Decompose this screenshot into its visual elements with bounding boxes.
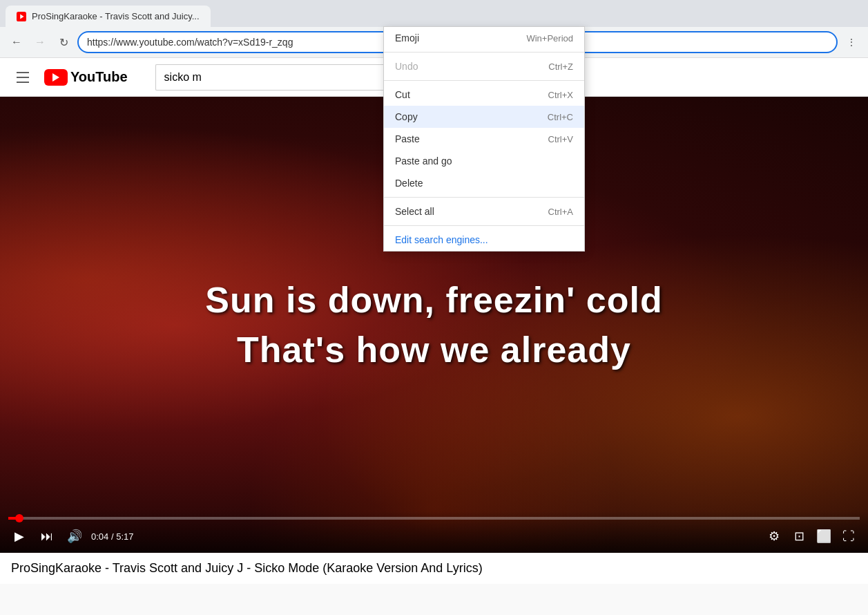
context-menu-label-editsearch: Edit search engines... xyxy=(395,234,488,245)
context-menu-item-paste[interactable]: PasteCtrl+V xyxy=(384,128,584,150)
context-menu-label-undo: Undo xyxy=(395,61,418,72)
video-title: ProSingKaraoke - Travis Scott and Juicy … xyxy=(11,561,857,576)
time-display: 0:04 / 5:17 xyxy=(91,531,133,542)
lyric-line-1: Sun is down, freezin' cold xyxy=(205,278,662,321)
video-controls: ▶ ⏭ 🔊 0:04 / 5:17 ⚙ ⊡ xyxy=(0,511,868,553)
reload-button[interactable]: ↻ xyxy=(54,32,73,52)
context-menu-item-undo: UndoCtrl+Z xyxy=(384,55,584,77)
volume-icon: 🔊 xyxy=(67,529,82,544)
settings-icon: ⚙ xyxy=(769,529,780,544)
context-menu: EmojiWin+PeriodUndoCtrl+ZCutCtrl+XCopyCt… xyxy=(383,26,585,252)
context-menu-item-pasteandgo[interactable]: Paste and go xyxy=(384,150,584,172)
context-menu-label-cut: Cut xyxy=(395,89,410,100)
controls-row: ▶ ⏭ 🔊 0:04 / 5:17 ⚙ ⊡ xyxy=(8,525,860,547)
tab-favicon xyxy=(17,12,26,21)
context-menu-label-copy: Copy xyxy=(395,111,418,122)
fullscreen-icon: ⛶ xyxy=(842,529,855,544)
context-menu-label-emoji: Emoji xyxy=(395,32,419,44)
nav-icons: ⋮ xyxy=(842,32,861,52)
menu-button[interactable] xyxy=(11,64,39,91)
skip-icon: ⏭ xyxy=(41,529,53,544)
miniplayer-button[interactable]: ⊡ xyxy=(788,525,810,547)
context-menu-label-delete: Delete xyxy=(395,178,423,189)
time-current: 0:04 xyxy=(91,531,108,542)
context-menu-shortcut-copy: Ctrl+C xyxy=(548,112,573,122)
skip-button[interactable]: ⏭ xyxy=(36,525,58,547)
context-menu-item-copy[interactable]: CopyCtrl+C xyxy=(384,106,584,128)
active-tab[interactable]: ProSingKaraoke - Travis Scott and Juicy.… xyxy=(6,6,211,27)
youtube-logo-icon xyxy=(44,69,68,86)
youtube-logo-text: YouTube xyxy=(70,69,128,85)
miniplayer-icon: ⊡ xyxy=(794,529,804,544)
tab-title: ProSingKaraoke - Travis Scott and Juicy.… xyxy=(32,11,200,21)
context-menu-label-pasteandgo: Paste and go xyxy=(395,155,452,167)
play-button[interactable]: ▶ xyxy=(8,525,30,547)
context-menu-separator xyxy=(384,197,584,198)
time-total: 5:17 xyxy=(116,531,133,542)
context-menu-item-selectall[interactable]: Select allCtrl+A xyxy=(384,200,584,223)
context-menu-item-editsearch[interactable]: Edit search engines... xyxy=(384,229,584,251)
theater-button[interactable]: ⬜ xyxy=(813,525,835,547)
forward-button[interactable]: → xyxy=(30,32,50,52)
extensions-button[interactable]: ⋮ xyxy=(842,32,861,52)
context-menu-separator xyxy=(384,225,584,226)
volume-button[interactable]: 🔊 xyxy=(64,525,86,547)
video-title-area: ProSingKaraoke - Travis Scott and Juicy … xyxy=(0,553,868,584)
context-menu-item-delete[interactable]: Delete xyxy=(384,172,584,194)
lyric-line-2: That's how we already xyxy=(237,328,631,371)
context-menu-shortcut-undo: Ctrl+Z xyxy=(548,62,573,72)
context-menu-shortcut-selectall: Ctrl+A xyxy=(548,207,573,217)
back-button[interactable]: ← xyxy=(7,32,26,52)
context-menu-item-cut[interactable]: CutCtrl+X xyxy=(384,84,584,106)
theater-icon: ⬜ xyxy=(816,529,831,544)
context-menu-label-paste: Paste xyxy=(395,133,420,144)
play-icon: ▶ xyxy=(15,529,24,544)
context-menu-label-selectall: Select all xyxy=(395,206,434,217)
context-menu-separator xyxy=(384,52,584,53)
context-menu-item-emoji[interactable]: EmojiWin+Period xyxy=(384,27,584,49)
context-menu-separator xyxy=(384,80,584,81)
settings-button[interactable]: ⚙ xyxy=(763,525,785,547)
fullscreen-button[interactable]: ⛶ xyxy=(838,525,860,547)
tab-bar: ProSingKaraoke - Travis Scott and Juicy.… xyxy=(0,0,868,27)
controls-right: ⚙ ⊡ ⬜ ⛶ xyxy=(763,525,860,547)
progress-dot xyxy=(15,514,23,522)
context-menu-shortcut-emoji: Win+Period xyxy=(526,33,573,44)
context-menu-shortcut-cut: Ctrl+X xyxy=(548,90,573,100)
progress-bar[interactable] xyxy=(8,517,860,520)
context-menu-shortcut-paste: Ctrl+V xyxy=(548,134,573,144)
youtube-logo[interactable]: YouTube xyxy=(44,69,128,86)
